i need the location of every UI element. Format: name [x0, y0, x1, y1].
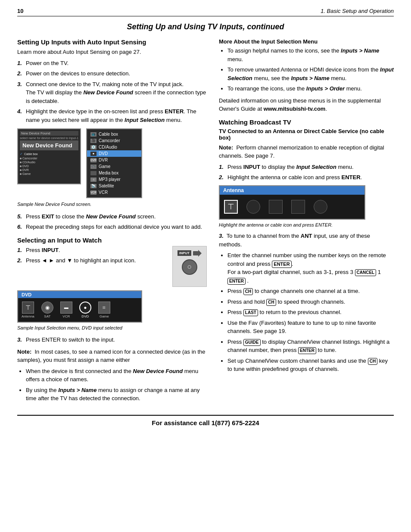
ndf-list-item: Camcorder [20, 156, 78, 160]
select-input-step3: 3. Press ENTER to switch to the input. [17, 336, 207, 344]
footer-text: For assistance call 1(877) 675-2224 [152, 419, 259, 426]
broadcast-note-label: Note: [219, 144, 233, 151]
setup-inputs-section: Setting Up Inputs with Auto Input Sensin… [17, 38, 207, 231]
ndf-list-item: DVD [20, 164, 78, 168]
ndf-screen: New Device Found select name for device … [17, 128, 81, 184]
tune-method-6: Press GUIDE to display ChannelView chann… [227, 338, 394, 355]
select-input-note-bullets: When the device is first connected and t… [17, 367, 207, 403]
ndf-big-text: New Device Found [20, 140, 78, 150]
select-step-1: 1. Press INPUT. [17, 246, 168, 255]
page: 10 1. Basic Setup and Operation Setting … [0, 0, 411, 435]
dvd-icon: ● [90, 152, 97, 156]
vcr-icon-box: ▬ [60, 302, 72, 314]
icon-box-4 [291, 200, 305, 214]
svg-rect-0 [193, 251, 198, 255]
tune-method-2: Press CH to change channels one channel … [227, 287, 394, 296]
game-icon: 🎮 [90, 165, 97, 169]
ndf-list-item: Game [20, 172, 78, 176]
antenna-selected-item: ⊤ [224, 200, 238, 214]
tune-method-5: Use the Fav (Favorites) feature to tune … [227, 319, 394, 336]
ch-btn-2: CH [266, 299, 276, 306]
svg-marker-1 [198, 250, 202, 257]
icon-box-3 [269, 200, 283, 214]
broadcast-tv-subheading: TV Connected to an Antenna or Direct Cab… [219, 128, 394, 141]
dvd-input-screen-area: DVD ⊤ Antenna ◉ SAT [17, 290, 207, 332]
page-number: 10 [17, 8, 23, 14]
game-icon-box: ⌗ [98, 302, 110, 314]
antenna-active-icon: ⊤ [224, 200, 238, 214]
two-column-layout: Setting Up Inputs with Auto Input Sensin… [17, 38, 394, 408]
select-input-section: Selecting an Input to Watch 1. Press INP… [17, 236, 207, 403]
note-label: Note: [17, 348, 31, 355]
input-remote-label: INPUT [177, 250, 191, 256]
device-item-camcorder: 🎥 Camcorder [87, 137, 141, 144]
tune-methods: Enter the channel number using the numbe… [219, 251, 394, 373]
icon-box-5 [314, 200, 327, 214]
last-btn: LAST [243, 309, 258, 316]
ndf-dot [20, 158, 22, 159]
step-5: 5. Press EXIT to close the New Device Fo… [17, 212, 207, 221]
ndf-list: ✓ Cable box Camcorder CD/Audio [20, 152, 78, 176]
right-column: More About the Input Selection Menu To a… [219, 38, 394, 408]
sat-icon-box: ◉ [41, 302, 53, 314]
section-title: 1. Basic Setup and Operation [321, 8, 394, 14]
cancel-btn: CANCEL [355, 269, 377, 276]
ndf-list-item: DVR [20, 168, 78, 172]
ndf-list-item: CD/Audio [20, 160, 78, 164]
select-input-steps: 1. Press INPUT. 2. Press ◄ ► and ▼ to hi… [17, 246, 168, 265]
more-about-section: More About the Input Selection Menu To a… [219, 38, 394, 113]
ndf-dot [20, 165, 22, 167]
broadcast-note: Note: Perform channel memorization to en… [219, 143, 394, 160]
ndf-dot [20, 162, 22, 163]
dvd-input-icons: ⊤ Antenna ◉ SAT ▬ VCR [18, 298, 141, 322]
dvd-screen-caption: Sample Input Selection menu, DVD input s… [17, 324, 207, 332]
left-column: Setting Up Inputs with Auto Input Sensin… [17, 38, 207, 408]
guide-btn: GUIDE [243, 339, 261, 346]
step-4: 4. Highlight the device type in the on-s… [17, 107, 207, 124]
select-step-3: 3. Press ENTER to switch to the input. [17, 336, 207, 344]
setup-inputs-intro: Learn more about Auto Input Sensing on p… [17, 48, 207, 56]
ch-btn-3: CH [368, 358, 377, 365]
icon-box-2 [246, 200, 260, 214]
game-icon-item: ⌗ Game [98, 302, 110, 318]
select-step-2: 2. Press ◄ ► and ▼ to highlight an input… [17, 256, 168, 265]
step-2: 2. Power on the devices to ensure detect… [17, 69, 207, 78]
tune-method-3: Press and hold CH to speed through chann… [227, 298, 394, 306]
media-box-icon [90, 171, 97, 175]
tune-method-7: Set up ChannelView custom channel banks … [227, 357, 394, 373]
device-item-satellite: 📡 Satellite [87, 183, 141, 189]
satellite-icon: 📡 [90, 184, 97, 188]
input-watch-text: 1. Press INPUT. 2. Press ◄ ► and ▼ to hi… [17, 246, 168, 268]
broadcast-tv-section: Watching Broadcast TV TV Connected to an… [219, 118, 394, 373]
mp3-icon: ♫ [90, 177, 97, 182]
vcr-icon: VCR [90, 190, 97, 195]
device-panel: 📺 Cable box 🎥 Camcorder 💿 CD/Audio [86, 128, 142, 198]
more-bullet-3: To rearrange the icons, use the Inputs >… [227, 84, 394, 93]
device-item-vcr: VCR VCR [87, 189, 141, 196]
setup-steps-list: 1. Power on the TV. 2. Power on the devi… [17, 59, 207, 124]
step3-intro: 3. To tune to a channel from the ANT inp… [219, 232, 394, 249]
ch-btn: CH [243, 288, 253, 295]
ndf-dot [20, 169, 22, 171]
device-item-cdaudio: 💿 CD/Audio [87, 144, 141, 150]
enter-btn: ENTER [272, 261, 291, 268]
antenna-input-icons: ⊤ [220, 195, 364, 219]
antenna-icon-box: ⊤ [22, 302, 34, 314]
step-1: 1. Power on the TV. [17, 59, 207, 68]
more-bullet-2: To remove unwanted Antenna or HDMI devic… [227, 65, 394, 82]
step-6: 6. Repeat the preceding steps for each a… [17, 223, 207, 231]
device-item-dvr: DVR DVR [87, 157, 141, 163]
steps-5-6: 5. Press EXIT to close the New Device Fo… [17, 212, 207, 231]
ndf-title-bar: New Device Found [20, 131, 78, 136]
camcorder-icon: 🎥 [90, 139, 97, 143]
more-about-detail: Detailed information on using these menu… [219, 96, 394, 113]
enter-btn-3: ENTER [298, 347, 316, 354]
icon-2 [246, 200, 260, 214]
broadcast-steps: 1. Press INPUT to display the Input Sele… [219, 163, 394, 182]
dvr-icon: DVR [90, 158, 97, 162]
page-title: Setting Up and Using TV Inputs, continue… [17, 22, 394, 31]
ndf-screen-caption: Sample New Device Found screen. [17, 201, 207, 208]
dvd-icon-box: ● [79, 302, 91, 314]
ndf-dot [20, 173, 22, 175]
device-item-mp3: ♫ MP3 player [87, 176, 141, 183]
